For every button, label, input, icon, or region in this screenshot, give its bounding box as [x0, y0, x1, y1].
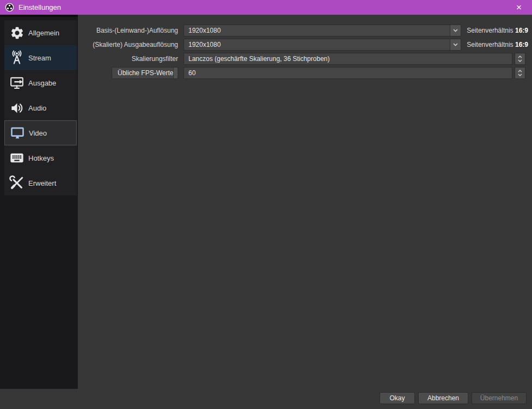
output-aspect-ratio: Seitenverhältnis 16:9 [461, 41, 528, 48]
apply-button: Übernehmen [472, 392, 527, 404]
sidebar-item-label: Ausgabe [28, 79, 56, 87]
fps-type-value: Übliche FPS-Werte [112, 69, 173, 77]
output-resolution-row: (Skalierte) Ausgabeauflösung 1920x1080 S… [82, 39, 528, 51]
titlebar: Einstellungen × [0, 0, 532, 15]
sidebar-item-label: Erweitert [28, 179, 56, 187]
window-title: Einstellungen [19, 3, 61, 11]
sidebar-item-allgemein[interactable]: Allgemein [4, 20, 77, 45]
sidebar-item-label: Stream [28, 54, 51, 62]
spinner-icon[interactable] [173, 68, 178, 78]
base-resolution-combobox[interactable]: 1920x1080 [184, 25, 461, 36]
antenna-icon [8, 50, 26, 65]
spinner-icon[interactable] [515, 53, 525, 65]
base-aspect-value: 16:9 [515, 27, 528, 34]
downscale-filter-row: Skalierungsfilter Lanczos (geschärfte Sk… [82, 53, 525, 65]
sidebar-item-label: Allgemein [28, 29, 59, 37]
output-resolution-label: (Skalierte) Ausgabeauflösung [82, 41, 184, 48]
fps-value: 60 [184, 69, 195, 77]
sidebar-item-label: Hotkeys [28, 154, 54, 162]
output-resolution-value: 1920x1080 [184, 41, 221, 48]
sidebar-item-audio[interactable]: Audio [4, 95, 77, 120]
chevron-down-icon[interactable] [450, 39, 461, 50]
close-icon[interactable]: × [511, 0, 527, 15]
sidebar: Allgemein Stream [0, 15, 78, 389]
okay-button[interactable]: Okay [380, 392, 415, 404]
monitor-arrow-icon [8, 75, 26, 90]
downscale-filter-label: Skalierungsfilter [82, 55, 184, 63]
sidebar-item-erweitert[interactable]: Erweitert [4, 170, 77, 196]
downscale-filter-value: Lanczos (geschärfte Skalierung, 36 Stich… [184, 55, 329, 63]
sidebar-item-label: Audio [28, 104, 46, 112]
fps-type-combobox[interactable]: Übliche FPS-Werte [112, 67, 178, 79]
sidebar-item-hotkeys[interactable]: Hotkeys [4, 145, 77, 170]
tools-icon [8, 175, 26, 191]
monitor-icon [8, 125, 27, 141]
keyboard-icon [8, 150, 26, 166]
sidebar-item-label: Video [29, 129, 47, 137]
chevron-down-icon[interactable] [450, 25, 461, 36]
fps-value-combobox[interactable]: 60 [184, 67, 512, 79]
gear-icon [8, 26, 26, 40]
obs-logo-icon [5, 3, 14, 12]
sidebar-item-ausgabe[interactable]: Ausgabe [4, 70, 77, 95]
cancel-button[interactable]: Abbrechen [418, 392, 468, 404]
sidebar-item-video[interactable]: Video [4, 120, 77, 145]
downscale-filter-combobox[interactable]: Lanczos (geschärfte Skalierung, 36 Stich… [184, 53, 512, 65]
base-resolution-row: Basis-(Leinwand-)Auflösung 1920x1080 Sei… [82, 25, 528, 36]
sidebar-item-stream[interactable]: Stream [4, 45, 77, 70]
base-resolution-label: Basis-(Leinwand-)Auflösung [82, 27, 184, 34]
spinner-icon[interactable] [515, 67, 525, 79]
output-resolution-combobox[interactable]: 1920x1080 [184, 39, 461, 51]
base-aspect-ratio: Seitenverhältnis 16:9 [461, 27, 528, 34]
speaker-icon [8, 101, 26, 115]
base-resolution-value: 1920x1080 [184, 27, 221, 34]
output-aspect-value: 16:9 [515, 41, 528, 48]
fps-row: Übliche FPS-Werte 60 [82, 67, 525, 79]
